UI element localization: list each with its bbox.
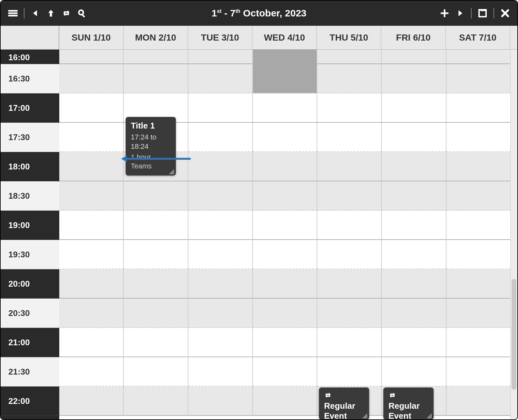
grid-cell[interactable] bbox=[124, 299, 188, 328]
grid-cell[interactable] bbox=[59, 299, 124, 328]
grid-cell[interactable] bbox=[124, 64, 188, 93]
grid-cell[interactable] bbox=[382, 123, 446, 152]
grid-cell[interactable] bbox=[382, 181, 446, 211]
grid-cell[interactable] bbox=[446, 64, 510, 93]
grid-cell[interactable] bbox=[317, 299, 382, 328]
grid-cell[interactable] bbox=[253, 93, 317, 123]
grid-cell[interactable] bbox=[59, 269, 124, 299]
grid-cell[interactable] bbox=[124, 211, 188, 240]
grid-cell[interactable] bbox=[253, 50, 317, 64]
grid-cell[interactable] bbox=[382, 328, 446, 357]
grid-cell[interactable] bbox=[317, 123, 382, 152]
grid-cell[interactable] bbox=[446, 357, 510, 387]
grid-cell[interactable] bbox=[59, 357, 124, 387]
search-icon[interactable] bbox=[76, 7, 88, 19]
grid-cell[interactable] bbox=[59, 64, 124, 93]
grid-cell[interactable] bbox=[188, 240, 253, 269]
grid-cell[interactable] bbox=[253, 152, 317, 181]
prev-icon[interactable] bbox=[30, 7, 41, 19]
grid-cell[interactable] bbox=[446, 299, 510, 328]
grid-cell[interactable] bbox=[253, 299, 317, 328]
grid-cell[interactable] bbox=[317, 93, 382, 123]
grid-cell[interactable] bbox=[188, 299, 253, 328]
menu-icon[interactable] bbox=[7, 7, 19, 19]
grid-cell[interactable] bbox=[59, 93, 124, 123]
grid-cell[interactable] bbox=[446, 50, 510, 64]
grid-cell[interactable] bbox=[317, 64, 382, 93]
grid-cell[interactable] bbox=[188, 152, 253, 181]
grid-cell[interactable] bbox=[59, 181, 124, 211]
grid-cell[interactable] bbox=[382, 211, 446, 240]
grid-cell[interactable] bbox=[446, 123, 510, 152]
grid-cell[interactable] bbox=[317, 181, 382, 211]
grid-cell[interactable] bbox=[59, 50, 124, 64]
grid-cell[interactable] bbox=[382, 357, 446, 387]
grid-cell[interactable] bbox=[382, 240, 446, 269]
grid-cell[interactable] bbox=[124, 240, 188, 269]
grid-body[interactable]: Title 117:24 to 18:241 hourTeamsRegular … bbox=[59, 50, 510, 419]
grid-cell[interactable] bbox=[188, 64, 253, 93]
grid-cell[interactable] bbox=[446, 152, 510, 181]
next-icon[interactable] bbox=[454, 7, 466, 19]
grid-cell[interactable] bbox=[253, 123, 317, 152]
grid-cell[interactable] bbox=[188, 387, 253, 416]
grid-cell[interactable] bbox=[382, 299, 446, 328]
grid-cell[interactable] bbox=[188, 93, 253, 123]
grid-cell[interactable] bbox=[188, 181, 253, 211]
grid-cell[interactable] bbox=[188, 211, 253, 240]
grid-cell[interactable] bbox=[253, 211, 317, 240]
grid-cell[interactable] bbox=[253, 357, 317, 387]
grid-cell[interactable] bbox=[446, 240, 510, 269]
grid-cell[interactable] bbox=[317, 357, 382, 387]
grid-cell[interactable] bbox=[253, 181, 317, 211]
calendar-event[interactable]: Regular Event bbox=[383, 387, 434, 419]
grid-cell[interactable] bbox=[188, 50, 253, 64]
grid-cell[interactable] bbox=[253, 387, 317, 416]
grid-cell[interactable] bbox=[382, 152, 446, 181]
day-header-wed[interactable]: WED 4/10 bbox=[253, 26, 317, 49]
grid-cell[interactable] bbox=[124, 387, 188, 416]
grid-cell[interactable] bbox=[188, 357, 253, 387]
calendar-event[interactable]: Regular Event bbox=[319, 387, 369, 419]
grid-cell[interactable] bbox=[446, 93, 510, 123]
event-resize-handle[interactable] bbox=[169, 169, 174, 174]
fullscreen-icon[interactable] bbox=[477, 7, 488, 19]
event-resize-handle[interactable] bbox=[427, 413, 432, 418]
grid-cell[interactable] bbox=[188, 269, 253, 299]
grid-cell[interactable] bbox=[446, 269, 510, 299]
grid-cell[interactable] bbox=[317, 328, 382, 357]
vertical-scrollbar[interactable] bbox=[510, 50, 517, 419]
grid-cell[interactable] bbox=[124, 328, 188, 357]
grid-cell[interactable] bbox=[59, 240, 124, 269]
day-header-sun[interactable]: SUN 1/10 bbox=[59, 26, 124, 49]
grid-cell[interactable] bbox=[317, 211, 382, 240]
grid-cell[interactable] bbox=[124, 50, 188, 64]
grid-cell[interactable] bbox=[317, 50, 382, 64]
grid-cell[interactable] bbox=[124, 357, 188, 387]
grid-cell[interactable] bbox=[59, 211, 124, 240]
today-icon[interactable] bbox=[45, 7, 57, 19]
grid-cell[interactable] bbox=[382, 93, 446, 123]
grid-cell[interactable] bbox=[59, 152, 124, 181]
grid-cell[interactable] bbox=[253, 328, 317, 357]
grid-cell[interactable] bbox=[124, 269, 188, 299]
grid-cell[interactable] bbox=[317, 152, 382, 181]
grid-cell[interactable] bbox=[446, 387, 510, 416]
event-resize-handle[interactable] bbox=[362, 413, 367, 418]
day-header-sat[interactable]: SAT 7/10 bbox=[446, 26, 510, 49]
grid-cell[interactable] bbox=[446, 181, 510, 211]
grid-cell[interactable] bbox=[382, 50, 446, 64]
grid-cell[interactable] bbox=[382, 64, 446, 93]
grid-cell[interactable] bbox=[446, 211, 510, 240]
grid-cell[interactable] bbox=[317, 240, 382, 269]
grid-cell[interactable] bbox=[317, 269, 382, 299]
grid-cell[interactable] bbox=[382, 269, 446, 299]
grid-cell[interactable] bbox=[253, 269, 317, 299]
grid-cell[interactable] bbox=[253, 64, 317, 93]
grid-cell[interactable] bbox=[124, 181, 188, 211]
close-icon[interactable] bbox=[499, 7, 511, 19]
day-header-tue[interactable]: TUE 3/10 bbox=[188, 26, 253, 49]
grid-cell[interactable] bbox=[188, 328, 253, 357]
scrollbar-thumb[interactable] bbox=[512, 279, 516, 390]
day-header-mon[interactable]: MON 2/10 bbox=[124, 26, 188, 49]
